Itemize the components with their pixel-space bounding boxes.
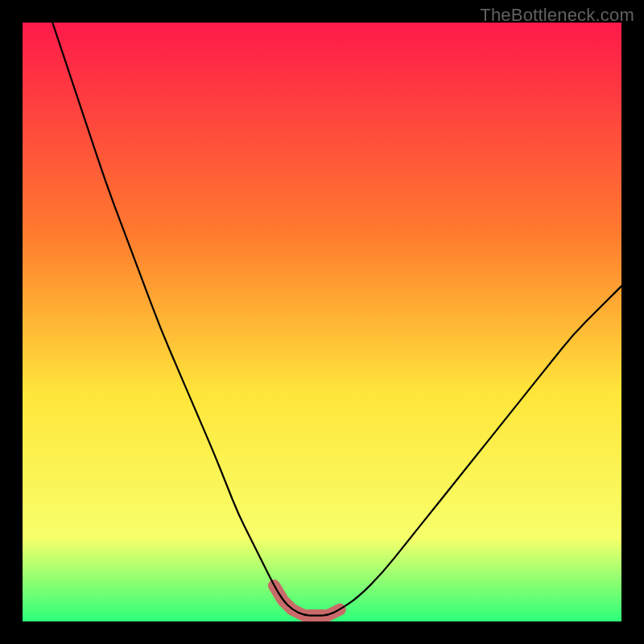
gradient-background bbox=[23, 23, 621, 621]
chart-frame bbox=[23, 23, 621, 621]
watermark-text: TheBottleneck.com bbox=[480, 5, 634, 26]
chart-svg bbox=[23, 23, 621, 621]
